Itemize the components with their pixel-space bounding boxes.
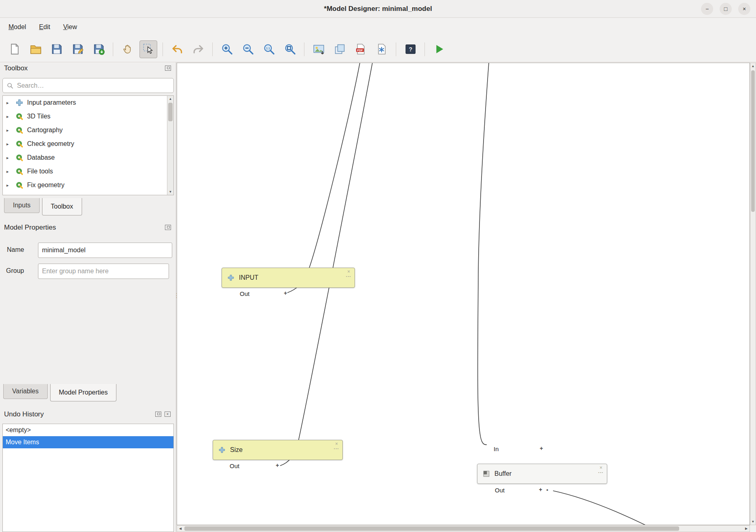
toolbar-separator	[304, 42, 304, 56]
tree-item-input-parameters[interactable]: Input parameters	[3, 96, 173, 110]
toolbox-tree: Input parameters 3D Tiles Cartography Ch…	[2, 95, 174, 195]
maximize-button[interactable]: □	[720, 3, 732, 15]
run-play-icon	[433, 43, 446, 55]
svg-text:PDF: PDF	[357, 49, 363, 52]
collapse-icon[interactable]	[335, 441, 338, 446]
undo-history-close-icon[interactable]	[165, 412, 171, 417]
undo-item-empty[interactable]: <empty>	[3, 424, 173, 436]
tree-scrollbar[interactable]	[167, 96, 173, 195]
tab-variables[interactable]: Variables	[3, 384, 48, 399]
undo-item-move-items[interactable]: Move Items	[3, 436, 173, 448]
expander-icon[interactable]	[6, 114, 12, 119]
menu-view[interactable]: View	[58, 21, 82, 34]
tree-item-3d-tiles[interactable]: 3D Tiles	[3, 110, 173, 123]
model-canvas[interactable]: INPUT Out + Size Out + In + Buffer Out +…	[177, 63, 750, 525]
port-out-socket-icon[interactable]: ●	[546, 488, 548, 492]
export-pdf-icon: PDF	[355, 43, 367, 55]
select-items-button[interactable]	[139, 40, 157, 58]
scroll-down-icon[interactable]	[167, 189, 173, 195]
open-model-button[interactable]	[27, 40, 44, 58]
edit-model-help-button[interactable]: ?	[401, 40, 419, 58]
expander-icon[interactable]	[6, 169, 12, 174]
save-model-in-project-button[interactable]	[90, 40, 108, 58]
expander-icon[interactable]	[6, 155, 12, 160]
titlebar: *Model Designer: minimal_model − □ ×	[0, 0, 756, 18]
tree-item-label: Check geometry	[27, 140, 74, 148]
zoom-actual-button[interactable]: 1:1	[260, 40, 278, 58]
export-as-image-button[interactable]	[310, 40, 327, 58]
zoom-in-icon	[221, 43, 233, 55]
scrollbar-thumb[interactable]	[751, 70, 755, 212]
comment-dots-icon[interactable]	[346, 275, 351, 278]
scroll-up-icon[interactable]	[750, 63, 756, 69]
port-out-plus-icon[interactable]: +	[284, 290, 287, 296]
save-model-button[interactable]	[48, 40, 65, 58]
comment-dots-icon[interactable]	[598, 471, 604, 474]
save-model-as-button[interactable]	[69, 40, 87, 58]
toolbox-search-input[interactable]	[17, 82, 170, 89]
port-out-label: Out	[230, 462, 239, 469]
scroll-right-icon[interactable]	[743, 526, 750, 532]
qgis-provider-icon	[15, 181, 23, 189]
scroll-left-icon[interactable]	[177, 526, 184, 532]
toolbox-float-icon[interactable]	[165, 65, 171, 71]
scroll-down-icon[interactable]	[750, 519, 756, 525]
zoom-full-icon	[284, 43, 296, 55]
tree-item-fix-geometry[interactable]: Fix geometry	[3, 178, 173, 192]
collapse-icon[interactable]	[347, 269, 350, 274]
export-as-script-button[interactable]	[373, 40, 391, 58]
port-in-label: In	[494, 445, 499, 452]
canvas-vertical-scrollbar[interactable]	[750, 63, 756, 525]
model-properties-panel-title: Model Properties	[4, 224, 56, 232]
toolbox-search-box[interactable]	[2, 78, 174, 93]
port-out-plus-icon[interactable]: +	[539, 486, 542, 493]
node-size[interactable]: Size	[213, 440, 343, 460]
undo-history-list: <empty> Move Items	[2, 424, 174, 532]
expander-icon[interactable]	[6, 141, 12, 147]
close-button[interactable]: ×	[738, 3, 750, 15]
new-model-button[interactable]	[6, 40, 23, 58]
minimize-button[interactable]: −	[701, 3, 713, 15]
port-out-plus-icon[interactable]: +	[276, 462, 279, 469]
tab-model-properties[interactable]: Model Properties	[50, 384, 117, 401]
export-as-svg-button[interactable]	[331, 40, 348, 58]
scrollbar-thumb[interactable]	[168, 103, 173, 121]
pan-button[interactable]	[118, 40, 136, 58]
export-as-pdf-button[interactable]: PDF	[352, 40, 370, 58]
menu-edit[interactable]: Edit	[34, 21, 56, 34]
expander-icon[interactable]	[6, 128, 12, 133]
parameter-icon	[218, 446, 226, 454]
tree-item-cartography[interactable]: Cartography	[3, 123, 173, 137]
run-model-button[interactable]	[430, 40, 448, 58]
model-properties-float-icon[interactable]	[165, 225, 171, 230]
undo-button[interactable]	[168, 40, 186, 58]
comment-dots-icon[interactable]	[334, 447, 339, 450]
node-input[interactable]: INPUT	[222, 268, 355, 288]
collapse-icon[interactable]	[600, 465, 602, 470]
tree-item-file-tools[interactable]: File tools	[3, 165, 173, 178]
scroll-up-icon[interactable]	[167, 96, 173, 102]
menu-model[interactable]: Model	[3, 21, 32, 34]
name-label: Name	[7, 246, 24, 253]
tree-item-check-geometry[interactable]: Check geometry	[3, 137, 173, 151]
port-in-plus-icon[interactable]: +	[540, 445, 543, 452]
undo-history-float-icon[interactable]	[155, 412, 161, 417]
scrollbar-thumb[interactable]	[184, 526, 679, 531]
zoom-full-button[interactable]	[281, 40, 299, 58]
edge-buffer-in	[478, 63, 489, 445]
canvas-horizontal-scrollbar[interactable]	[177, 525, 750, 532]
svg-text:?: ?	[409, 46, 412, 53]
tab-inputs[interactable]: Inputs	[4, 198, 40, 213]
expander-icon[interactable]	[6, 100, 12, 106]
zoom-in-button[interactable]	[218, 40, 236, 58]
model-name-input[interactable]	[38, 243, 172, 258]
expander-icon[interactable]	[6, 183, 12, 188]
tab-toolbox[interactable]: Toolbox	[42, 198, 82, 215]
model-group-input[interactable]	[38, 264, 169, 279]
menu-view-label: iew	[68, 23, 77, 30]
zoom-out-button[interactable]	[239, 40, 257, 58]
redo-button[interactable]	[189, 40, 207, 58]
node-buffer[interactable]: Buffer	[477, 464, 607, 484]
tree-item-database[interactable]: Database	[3, 151, 173, 165]
help-icon: ?	[404, 43, 417, 55]
